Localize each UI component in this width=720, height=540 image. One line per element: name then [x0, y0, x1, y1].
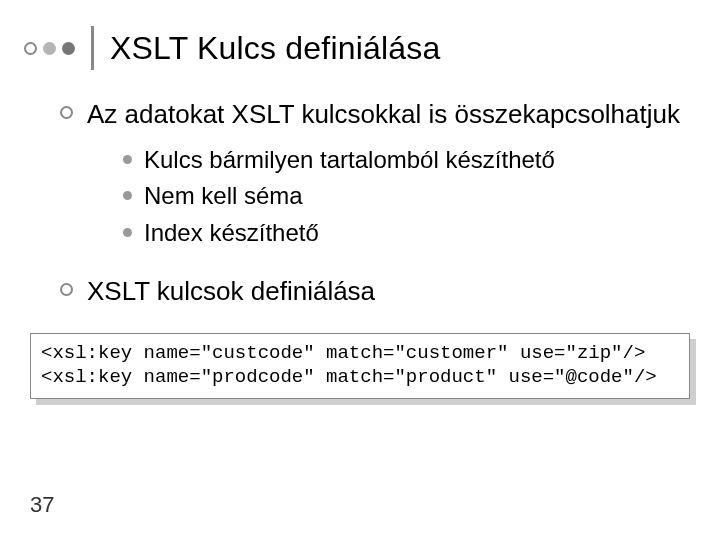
list-item-text: Index készíthető: [144, 218, 319, 249]
list-item-text: Nem kell séma: [144, 181, 303, 212]
code-line: <xsl:key name="prodcode" match="product"…: [41, 366, 657, 388]
list-item: Nem kell séma: [123, 181, 680, 212]
dot-icon: [24, 42, 37, 55]
decor-dots: [24, 42, 75, 55]
code-box: <xsl:key name="custcode" match="customer…: [30, 333, 690, 399]
dot-bullet-icon: [123, 155, 132, 164]
list-item: Kulcs bármilyen tartalomból készíthető: [123, 145, 680, 176]
bullet-list: Az adatokat XSLT kulcsokkal is összekapc…: [60, 98, 696, 307]
list-item: Az adatokat XSLT kulcsokkal is összekapc…: [60, 98, 696, 255]
divider-icon: [91, 26, 94, 70]
list-item-text: Az adatokat XSLT kulcsokkal is összekapc…: [87, 98, 680, 131]
sub-bullet-list: Kulcs bármilyen tartalomból készíthető N…: [123, 145, 680, 249]
dot-bullet-icon: [123, 191, 132, 200]
ring-bullet-icon: [60, 106, 73, 119]
title-row: XSLT Kulcs definiálása: [24, 26, 696, 70]
slide-title: XSLT Kulcs definiálása: [110, 30, 441, 67]
list-item: XSLT kulcsok definiálása: [60, 275, 696, 308]
dot-bullet-icon: [123, 228, 132, 237]
list-item-text: XSLT kulcsok definiálása: [87, 275, 375, 308]
page-number: 37: [30, 492, 54, 518]
ring-bullet-icon: [60, 283, 73, 296]
code-line: <xsl:key name="custcode" match="customer…: [41, 342, 645, 364]
code-block: <xsl:key name="custcode" match="customer…: [30, 333, 690, 399]
list-item-text: Kulcs bármilyen tartalomból készíthető: [144, 145, 555, 176]
list-item: Index készíthető: [123, 218, 680, 249]
slide: XSLT Kulcs definiálása Az adatokat XSLT …: [0, 0, 720, 540]
dot-icon: [43, 42, 56, 55]
dot-icon: [62, 42, 75, 55]
list-item-body: Az adatokat XSLT kulcsokkal is összekapc…: [87, 98, 680, 255]
